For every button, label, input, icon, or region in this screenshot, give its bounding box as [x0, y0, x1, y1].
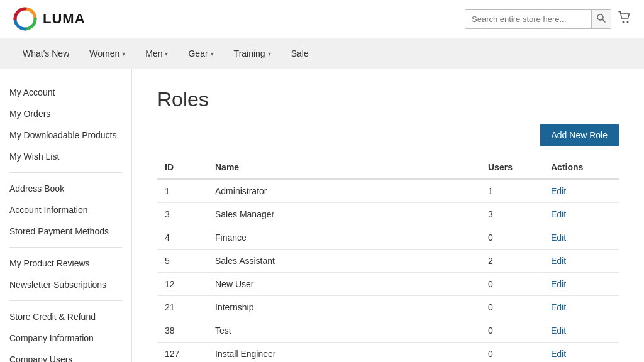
- logo-text: LUMA: [43, 11, 86, 27]
- sidebar-item-my-downloadable-products[interactable]: My Downloadable Products: [0, 124, 131, 146]
- cell-users: 3: [480, 203, 543, 226]
- col-header-id: ID: [157, 156, 208, 179]
- nav-item-sale[interactable]: Sale: [281, 38, 319, 69]
- cell-actions: Edit: [543, 273, 619, 296]
- header-right: [465, 9, 631, 29]
- nav-item-training[interactable]: Training ▾: [224, 38, 281, 69]
- cell-name: Internship: [208, 296, 480, 319]
- sidebar-item-newsletter-subscriptions[interactable]: Newsletter Subscriptions: [0, 274, 131, 295]
- edit-link[interactable]: Edit: [551, 349, 566, 359]
- cell-name: Administrator: [208, 179, 480, 203]
- cell-actions: Edit: [543, 203, 619, 226]
- cell-name: Finance: [208, 226, 480, 250]
- nav-item-men[interactable]: Men ▾: [135, 38, 178, 69]
- search-button[interactable]: [591, 10, 611, 28]
- main-content: Roles Add New Role ID Name Users Actions…: [132, 69, 644, 362]
- cell-id: 38: [157, 319, 208, 343]
- cell-name: Sales Assistant: [208, 250, 480, 273]
- cell-users: 0: [480, 273, 543, 296]
- cell-users: 1: [480, 179, 543, 203]
- logo: LUMA: [13, 6, 86, 31]
- chevron-down-icon: ▾: [165, 50, 168, 57]
- cell-actions: Edit: [543, 296, 619, 319]
- edit-link[interactable]: Edit: [551, 233, 566, 243]
- page-title: Roles: [157, 88, 619, 111]
- logo-icon: [13, 6, 38, 31]
- cart-icon: [618, 11, 631, 25]
- cell-id: 3: [157, 203, 208, 226]
- col-header-actions: Actions: [543, 156, 619, 179]
- cell-name: Install Engineer: [208, 343, 480, 363]
- edit-link[interactable]: Edit: [551, 186, 566, 196]
- search-bar: [465, 9, 611, 29]
- cell-id: 5: [157, 250, 208, 273]
- cart-button[interactable]: [618, 11, 631, 28]
- cell-id: 12: [157, 273, 208, 296]
- table-row: 21 Internship 0 Edit: [157, 296, 619, 319]
- main-nav: What's New Women ▾ Men ▾ Gear ▾ Training…: [0, 38, 644, 69]
- cell-id: 4: [157, 226, 208, 250]
- table-row: 5 Sales Assistant 2 Edit: [157, 250, 619, 273]
- svg-point-4: [627, 21, 629, 23]
- sidebar: My Account My Orders My Downloadable Pro…: [0, 69, 132, 362]
- sidebar-item-company-users[interactable]: Company Users: [0, 349, 131, 362]
- sidebar-item-account-information[interactable]: Account Information: [0, 199, 131, 221]
- col-header-name: Name: [208, 156, 480, 179]
- sidebar-item-stored-payment-methods[interactable]: Stored Payment Methods: [0, 221, 131, 242]
- chevron-down-icon: ▾: [211, 50, 214, 57]
- search-input[interactable]: [465, 11, 591, 28]
- sidebar-divider-3: [9, 300, 122, 301]
- table-row: 38 Test 0 Edit: [157, 319, 619, 343]
- sidebar-item-my-orders[interactable]: My Orders: [0, 103, 131, 124]
- cell-actions: Edit: [543, 179, 619, 203]
- header: LUMA: [0, 0, 644, 38]
- table-header: ID Name Users Actions: [157, 156, 619, 179]
- cell-actions: Edit: [543, 343, 619, 363]
- cell-users: 0: [480, 319, 543, 343]
- edit-link[interactable]: Edit: [551, 209, 566, 219]
- col-header-users: Users: [480, 156, 543, 179]
- nav-item-women[interactable]: Women ▾: [79, 38, 135, 69]
- sidebar-item-company-information[interactable]: Company Information: [0, 327, 131, 349]
- cell-users: 2: [480, 250, 543, 273]
- chevron-down-icon: ▾: [122, 50, 125, 57]
- cell-name: Test: [208, 319, 480, 343]
- table-row: 3 Sales Manager 3 Edit: [157, 203, 619, 226]
- edit-link[interactable]: Edit: [551, 302, 566, 312]
- search-icon: [597, 14, 606, 23]
- sidebar-item-address-book[interactable]: Address Book: [0, 178, 131, 199]
- cell-users: 0: [480, 343, 543, 363]
- sidebar-item-my-product-reviews[interactable]: My Product Reviews: [0, 253, 131, 274]
- add-new-role-button[interactable]: Add New Role: [540, 124, 619, 146]
- nav-item-whats-new[interactable]: What's New: [13, 38, 79, 69]
- roles-table: ID Name Users Actions 1 Administrator 1 …: [157, 156, 619, 362]
- table-row: 12 New User 0 Edit: [157, 273, 619, 296]
- sidebar-item-my-wish-list[interactable]: My Wish List: [0, 146, 131, 167]
- cell-actions: Edit: [543, 250, 619, 273]
- svg-point-3: [623, 21, 625, 23]
- table-row: 1 Administrator 1 Edit: [157, 179, 619, 203]
- edit-link[interactable]: Edit: [551, 256, 566, 266]
- sidebar-divider-2: [9, 247, 122, 248]
- table-body: 1 Administrator 1 Edit 3 Sales Manager 3…: [157, 179, 619, 362]
- sidebar-item-my-account[interactable]: My Account: [0, 82, 131, 103]
- sidebar-item-store-credit-refund[interactable]: Store Credit & Refund: [0, 306, 131, 327]
- edit-link[interactable]: Edit: [551, 279, 566, 289]
- svg-line-2: [602, 19, 605, 22]
- nav-item-gear[interactable]: Gear ▾: [178, 38, 223, 69]
- cell-id: 127: [157, 343, 208, 363]
- table-row: 4 Finance 0 Edit: [157, 226, 619, 250]
- cell-name: New User: [208, 273, 480, 296]
- table-header-row: ID Name Users Actions: [157, 156, 619, 179]
- cell-id: 21: [157, 296, 208, 319]
- cell-id: 1: [157, 179, 208, 203]
- sidebar-divider-1: [9, 172, 122, 173]
- cell-actions: Edit: [543, 319, 619, 343]
- main-layout: My Account My Orders My Downloadable Pro…: [0, 69, 644, 362]
- table-row: 127 Install Engineer 0 Edit: [157, 343, 619, 363]
- cell-actions: Edit: [543, 226, 619, 250]
- edit-link[interactable]: Edit: [551, 326, 566, 336]
- cell-users: 0: [480, 226, 543, 250]
- cell-users: 0: [480, 296, 543, 319]
- chevron-down-icon: ▾: [268, 50, 271, 57]
